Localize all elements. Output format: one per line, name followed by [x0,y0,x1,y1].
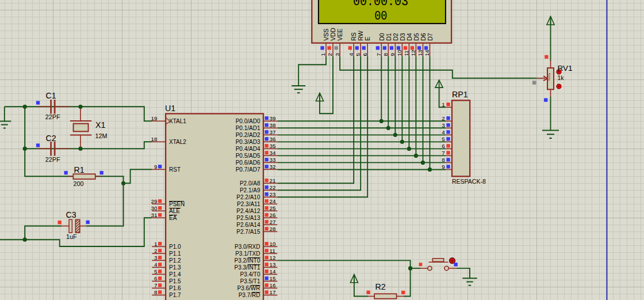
svg-text:RST: RST [169,166,181,173]
svg-text:6: 6 [442,143,445,149]
svg-text:11: 11 [270,248,276,254]
svg-text:31: 31 [151,212,158,218]
svg-text:19: 19 [151,115,158,121]
svg-text:D1: D1 [385,33,392,41]
svg-text:2: 2 [327,53,333,56]
svg-text:30: 30 [151,205,158,211]
svg-text:R1: R1 [74,165,85,174]
svg-text:P3.5/T1: P3.5/T1 [240,278,260,284]
svg-text:13: 13 [417,50,423,56]
svg-text:10: 10 [270,241,276,247]
svg-text:P3.3/INT1: P3.3/INT1 [234,264,260,271]
svg-text:15: 15 [270,275,276,282]
svg-text:P3.6/WR: P3.6/WR [237,285,260,291]
svg-text:12M: 12M [95,132,107,139]
svg-text:P0.2/AD2: P0.2/AD2 [236,132,260,138]
svg-text:P2.0/A8: P2.0/A8 [240,180,260,187]
svg-text:RP1: RP1 [452,90,468,99]
svg-text:2: 2 [442,115,445,121]
svg-text:E: E [364,37,371,41]
svg-text:C1: C1 [45,91,56,100]
svg-text:D2: D2 [392,33,399,41]
svg-text:3: 3 [334,53,340,56]
svg-text:P2.7/A15: P2.7/A15 [236,229,260,235]
svg-text:2: 2 [154,248,158,254]
svg-text:1: 1 [320,53,326,56]
svg-text:12: 12 [270,255,276,261]
svg-text:U1: U1 [165,104,175,113]
svg-text:XTAL1: XTAL1 [169,118,186,124]
svg-text:50%: 50% [547,73,551,81]
svg-text:22: 22 [270,184,276,191]
svg-text:9: 9 [154,164,158,170]
svg-text:P0.3/AD3: P0.3/AD3 [236,139,260,145]
svg-text:32: 32 [270,164,276,170]
svg-text:P1.0: P1.0 [169,244,181,250]
svg-text:C3: C3 [66,210,76,219]
svg-text:14: 14 [270,268,276,275]
svg-text:6: 6 [154,275,158,282]
svg-text:14: 14 [424,50,430,56]
svg-text:16: 16 [270,282,276,288]
svg-text:VDD: VDD [329,28,336,41]
svg-text:P0.6/AD6: P0.6/AD6 [236,160,260,166]
svg-text:34: 34 [270,150,276,156]
svg-text:RW: RW [357,31,364,40]
svg-text:7: 7 [442,150,445,156]
svg-text:RV1: RV1 [557,64,572,73]
svg-text:22PF: 22PF [45,156,60,163]
svg-text:RESPACK-8: RESPACK-8 [452,178,486,185]
svg-text:D7: D7 [427,33,434,41]
svg-text:R2: R2 [375,282,386,291]
svg-text:P0.1/AD1: P0.1/AD1 [236,125,260,131]
svg-text:P3.2/INT0: P3.2/INT0 [234,257,260,264]
svg-text:7: 7 [154,282,158,288]
svg-text:P1.3: P1.3 [169,264,181,271]
svg-text:33: 33 [270,157,276,163]
svg-text:3: 3 [442,122,445,128]
svg-text:XTAL2: XTAL2 [169,139,186,145]
svg-text:29: 29 [151,198,158,204]
svg-text:7: 7 [375,53,382,56]
svg-text:5: 5 [355,53,361,56]
svg-text:21: 21 [270,177,276,184]
svg-text:5: 5 [442,136,445,142]
svg-text:P3.0/RXD: P3.0/RXD [235,244,260,250]
svg-text:P1.2: P1.2 [169,257,181,264]
svg-text:P2.3/A11: P2.3/A11 [237,201,260,207]
svg-text:EA: EA [169,215,177,221]
svg-text:00:00:03: 00:00:03 [353,0,408,9]
svg-text:1: 1 [442,101,445,108]
svg-text:5: 5 [154,268,158,275]
svg-text:27: 27 [270,219,276,225]
svg-text:C2: C2 [45,134,56,143]
svg-text:P2.4/A12: P2.4/A12 [236,208,260,214]
svg-text:3: 3 [154,255,158,261]
svg-text:18: 18 [151,136,158,142]
svg-text:P3.4/T0: P3.4/T0 [240,271,260,278]
svg-text:1k: 1k [558,75,565,81]
svg-text:1: 1 [154,241,158,247]
svg-text:RS: RS [350,32,357,41]
svg-text:35: 35 [270,143,276,149]
svg-text:P3.1/TXD: P3.1/TXD [235,250,260,257]
svg-text:13: 13 [270,261,276,268]
svg-text:PSEN: PSEN [169,201,185,207]
svg-text:D0: D0 [378,33,385,41]
svg-text:12: 12 [410,50,416,56]
svg-text:P1.1: P1.1 [169,250,181,257]
svg-text:4: 4 [154,261,158,268]
svg-text:10: 10 [396,50,402,56]
svg-text:VSS: VSS [323,29,329,41]
svg-text:22PF: 22PF [45,113,60,120]
svg-text:ALE: ALE [169,208,180,214]
svg-text:38: 38 [270,122,276,128]
svg-text:P1.6: P1.6 [169,285,181,291]
svg-text:39: 39 [270,115,276,121]
svg-text:4: 4 [348,53,354,56]
svg-text:P0.4/AD4: P0.4/AD4 [236,146,260,152]
svg-text:8: 8 [154,289,158,295]
svg-text:P1.7: P1.7 [169,292,181,298]
svg-text:17: 17 [270,289,276,295]
svg-text:9: 9 [442,164,445,170]
